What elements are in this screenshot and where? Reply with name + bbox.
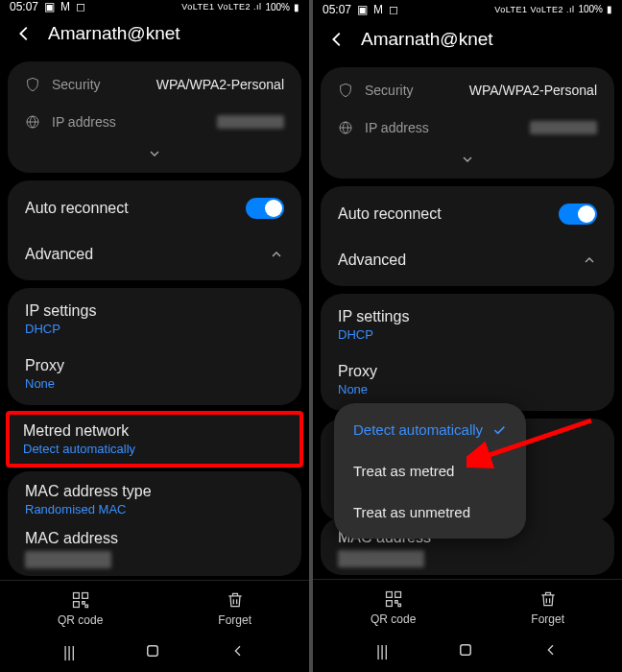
security-label: Security bbox=[365, 83, 414, 98]
page-header: Amarnath@knet bbox=[0, 13, 309, 58]
mac-card: MAC address type Randomised MAC MAC addr… bbox=[8, 471, 301, 576]
mail-icon: M bbox=[373, 3, 383, 16]
battery-icon: ▮ bbox=[607, 4, 612, 14]
metered-row-highlighted[interactable]: Metred network Detect automatically bbox=[6, 411, 303, 468]
nav-bar: ||| bbox=[0, 633, 309, 672]
battery-text: 100% bbox=[578, 4, 603, 14]
trash-icon bbox=[226, 590, 245, 610]
app-icon: ◻ bbox=[76, 0, 85, 13]
nav-bar: ||| bbox=[313, 632, 622, 672]
ip-settings-row[interactable]: IP settings DHCP bbox=[8, 292, 301, 347]
auto-reconnect-row[interactable]: Auto reconnect bbox=[321, 190, 614, 238]
proxy-row[interactable]: Proxy None bbox=[321, 352, 614, 407]
gallery-icon: ▣ bbox=[357, 3, 368, 16]
ip-row: IP address bbox=[8, 104, 301, 140]
proxy-row[interactable]: Proxy None bbox=[8, 347, 301, 401]
metered-popup: Detect automatically Treat as metred Tre… bbox=[334, 403, 526, 539]
nav-recents[interactable]: ||| bbox=[376, 643, 388, 660]
svg-rect-8 bbox=[386, 601, 392, 607]
chevron-up-icon bbox=[269, 247, 284, 262]
metered-value: Detect automatically bbox=[23, 442, 286, 456]
metered-label: Metred network bbox=[23, 422, 286, 440]
expand-toggle[interactable] bbox=[8, 140, 301, 169]
nav-home[interactable] bbox=[144, 642, 161, 663]
popup-option-label: Detect automatically bbox=[353, 421, 483, 438]
auto-reconnect-toggle[interactable] bbox=[559, 204, 597, 225]
popup-option-detect[interactable]: Detect automatically bbox=[334, 409, 526, 450]
back-icon[interactable] bbox=[13, 23, 35, 44]
ip-value-blurred bbox=[217, 115, 284, 129]
battery-icon: ▮ bbox=[294, 2, 299, 12]
battery-text: 100% bbox=[265, 2, 290, 12]
mac-addr-row: MAC address bbox=[8, 522, 301, 572]
advanced-label: Advanced bbox=[25, 246, 93, 263]
clock: 05:07 bbox=[323, 3, 351, 16]
shield-icon bbox=[25, 76, 40, 93]
qr-icon bbox=[71, 590, 90, 610]
page-title: Amarnath@knet bbox=[361, 29, 493, 50]
chevron-up-icon bbox=[582, 252, 597, 268]
popup-option-metered[interactable]: Treat as metred bbox=[334, 450, 526, 492]
svg-rect-6 bbox=[386, 592, 392, 598]
security-row: Security WPA/WPA2-Personal bbox=[321, 71, 614, 109]
back-icon[interactable] bbox=[326, 29, 347, 50]
gallery-icon: ▣ bbox=[44, 0, 55, 13]
advanced-row[interactable]: Advanced bbox=[321, 238, 614, 282]
auto-reconnect-label: Auto reconnect bbox=[338, 205, 442, 223]
ip-label: IP address bbox=[52, 114, 116, 130]
mac-addr-blurred bbox=[338, 550, 424, 567]
expand-toggle[interactable] bbox=[321, 146, 614, 175]
chevron-down-icon bbox=[147, 146, 162, 161]
auto-reconnect-label: Auto reconnect bbox=[25, 200, 129, 217]
connection-card: Auto reconnect Advanced bbox=[321, 186, 614, 286]
clock: 05:07 bbox=[10, 0, 38, 13]
mac-type-label: MAC address type bbox=[25, 483, 152, 500]
qr-label: QR code bbox=[58, 613, 103, 627]
nav-recents[interactable]: ||| bbox=[63, 644, 75, 661]
ip-row: IP address bbox=[321, 109, 614, 146]
advanced-label: Advanced bbox=[338, 252, 406, 269]
auto-reconnect-toggle[interactable] bbox=[246, 198, 284, 219]
svg-rect-2 bbox=[82, 593, 87, 599]
mac-type-row[interactable]: MAC address type Randomised MAC bbox=[8, 475, 301, 522]
popup-option-unmetered[interactable]: Treat as unmetred bbox=[334, 492, 526, 533]
connection-card: Auto reconnect Advanced bbox=[8, 180, 301, 280]
proxy-value: None bbox=[338, 382, 377, 396]
forget-button[interactable]: Forget bbox=[531, 589, 564, 626]
app-icon: ◻ bbox=[389, 3, 398, 16]
nav-back[interactable] bbox=[230, 643, 246, 662]
svg-rect-1 bbox=[73, 593, 79, 599]
ip-settings-row[interactable]: IP settings DHCP bbox=[321, 298, 614, 352]
network-info-card: Security WPA/WPA2-Personal IP address bbox=[8, 61, 301, 173]
svg-rect-4 bbox=[148, 646, 158, 657]
ip-settings-label: IP settings bbox=[338, 308, 409, 325]
mail-icon: M bbox=[60, 0, 70, 13]
forget-button[interactable]: Forget bbox=[218, 590, 251, 627]
status-bar: 05:07 ▣ M ◻ VoLTE1 VoLTE2 .ıl 100% ▮ bbox=[0, 0, 309, 13]
svg-rect-7 bbox=[395, 592, 400, 598]
security-value: WPA/WPA2-Personal bbox=[469, 83, 597, 98]
qr-code-button[interactable]: QR code bbox=[58, 590, 103, 627]
mac-addr-blurred bbox=[25, 551, 111, 568]
security-label: Security bbox=[52, 77, 101, 92]
page-title: Amarnath@knet bbox=[48, 23, 180, 44]
ip-settings-value: DHCP bbox=[25, 322, 96, 336]
security-row: Security WPA/WPA2-Personal bbox=[8, 65, 301, 104]
phone-screen-right: 05:07 ▣ M ◻ VoLTE1 VoLTE2 .ıl 100% ▮ Ama… bbox=[313, 0, 622, 672]
svg-rect-9 bbox=[461, 645, 471, 656]
status-bar: 05:07 ▣ M ◻ VoLTE1 VoLTE2 .ıl 100% ▮ bbox=[313, 0, 622, 19]
qr-code-button[interactable]: QR code bbox=[371, 589, 416, 626]
auto-reconnect-row[interactable]: Auto reconnect bbox=[8, 184, 301, 232]
forget-label: Forget bbox=[218, 613, 251, 627]
network-info-card: Security WPA/WPA2-Personal IP address bbox=[321, 67, 614, 179]
advanced-row[interactable]: Advanced bbox=[8, 232, 301, 276]
mac-type-value: Randomised MAC bbox=[25, 502, 152, 516]
forget-label: Forget bbox=[531, 612, 564, 626]
security-value: WPA/WPA2-Personal bbox=[156, 77, 284, 92]
ip-label: IP address bbox=[365, 120, 429, 135]
nav-back[interactable] bbox=[543, 642, 559, 661]
ip-settings-value: DHCP bbox=[338, 327, 409, 342]
nav-home[interactable] bbox=[457, 641, 474, 662]
proxy-value: None bbox=[25, 376, 64, 391]
proxy-label: Proxy bbox=[338, 363, 377, 380]
